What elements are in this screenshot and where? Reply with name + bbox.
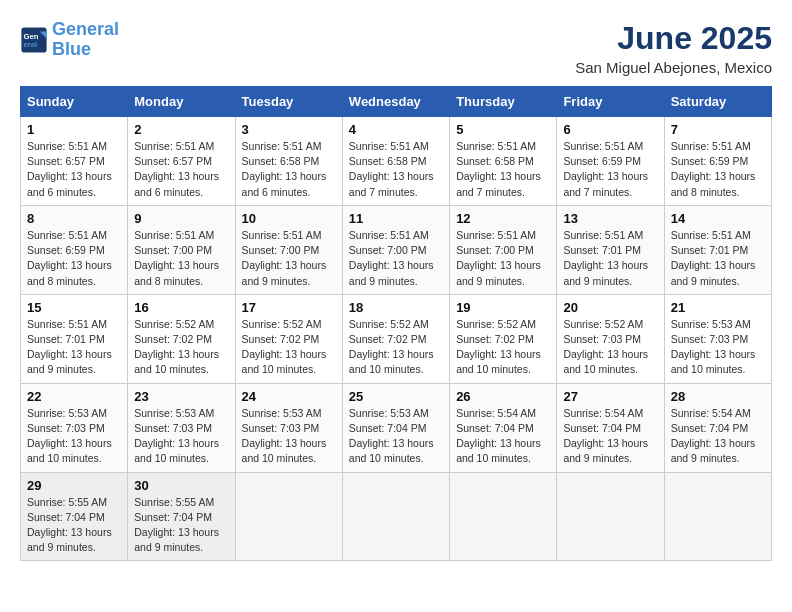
day-number: 8 [27,211,121,226]
weekday-header-wednesday: Wednesday [342,87,449,117]
day-info: Sunrise: 5:53 AMSunset: 7:04 PMDaylight:… [349,406,443,467]
day-number: 19 [456,300,550,315]
empty-cell [557,472,664,561]
day-number: 7 [671,122,765,137]
day-number: 14 [671,211,765,226]
day-number: 3 [242,122,336,137]
empty-cell [450,472,557,561]
day-info: Sunrise: 5:52 AMSunset: 7:02 PMDaylight:… [134,317,228,378]
calendar-cell-day-10: 10Sunrise: 5:51 AMSunset: 7:00 PMDayligh… [235,205,342,294]
calendar-cell-day-6: 6Sunrise: 5:51 AMSunset: 6:59 PMDaylight… [557,117,664,206]
day-number: 27 [563,389,657,404]
day-number: 28 [671,389,765,404]
logo-name: General Blue [52,20,119,60]
weekday-header-row: SundayMondayTuesdayWednesdayThursdayFrid… [21,87,772,117]
calendar-week-row: 15Sunrise: 5:51 AMSunset: 7:01 PMDayligh… [21,294,772,383]
calendar-cell-day-4: 4Sunrise: 5:51 AMSunset: 6:58 PMDaylight… [342,117,449,206]
day-info: Sunrise: 5:51 AMSunset: 6:57 PMDaylight:… [134,139,228,200]
calendar-cell-day-19: 19Sunrise: 5:52 AMSunset: 7:02 PMDayligh… [450,294,557,383]
empty-cell [664,472,771,561]
day-number: 11 [349,211,443,226]
calendar-cell-day-16: 16Sunrise: 5:52 AMSunset: 7:02 PMDayligh… [128,294,235,383]
day-number: 20 [563,300,657,315]
page-header: Gen eral General Blue June 2025 San Migu… [20,20,772,76]
day-number: 30 [134,478,228,493]
day-number: 18 [349,300,443,315]
day-info: Sunrise: 5:51 AMSunset: 7:01 PMDaylight:… [671,228,765,289]
calendar-week-row: 29Sunrise: 5:55 AMSunset: 7:04 PMDayligh… [21,472,772,561]
calendar-cell-day-1: 1Sunrise: 5:51 AMSunset: 6:57 PMDaylight… [21,117,128,206]
day-number: 9 [134,211,228,226]
day-number: 12 [456,211,550,226]
calendar-table: SundayMondayTuesdayWednesdayThursdayFrid… [20,86,772,561]
month-title: June 2025 [575,20,772,57]
location-subtitle: San Miguel Abejones, Mexico [575,59,772,76]
calendar-cell-day-2: 2Sunrise: 5:51 AMSunset: 6:57 PMDaylight… [128,117,235,206]
weekday-header-monday: Monday [128,87,235,117]
day-number: 22 [27,389,121,404]
day-number: 17 [242,300,336,315]
day-info: Sunrise: 5:51 AMSunset: 6:58 PMDaylight:… [456,139,550,200]
day-number: 29 [27,478,121,493]
calendar-cell-day-9: 9Sunrise: 5:51 AMSunset: 7:00 PMDaylight… [128,205,235,294]
calendar-cell-day-25: 25Sunrise: 5:53 AMSunset: 7:04 PMDayligh… [342,383,449,472]
day-number: 23 [134,389,228,404]
day-info: Sunrise: 5:53 AMSunset: 7:03 PMDaylight:… [134,406,228,467]
calendar-cell-day-3: 3Sunrise: 5:51 AMSunset: 6:58 PMDaylight… [235,117,342,206]
calendar-cell-day-17: 17Sunrise: 5:52 AMSunset: 7:02 PMDayligh… [235,294,342,383]
calendar-week-row: 8Sunrise: 5:51 AMSunset: 6:59 PMDaylight… [21,205,772,294]
day-number: 25 [349,389,443,404]
calendar-cell-day-26: 26Sunrise: 5:54 AMSunset: 7:04 PMDayligh… [450,383,557,472]
day-info: Sunrise: 5:51 AMSunset: 6:58 PMDaylight:… [349,139,443,200]
day-info: Sunrise: 5:51 AMSunset: 6:59 PMDaylight:… [671,139,765,200]
calendar-cell-day-20: 20Sunrise: 5:52 AMSunset: 7:03 PMDayligh… [557,294,664,383]
calendar-cell-day-29: 29Sunrise: 5:55 AMSunset: 7:04 PMDayligh… [21,472,128,561]
day-info: Sunrise: 5:51 AMSunset: 6:58 PMDaylight:… [242,139,336,200]
calendar-cell-day-15: 15Sunrise: 5:51 AMSunset: 7:01 PMDayligh… [21,294,128,383]
weekday-header-sunday: Sunday [21,87,128,117]
logo: Gen eral General Blue [20,20,119,60]
day-info: Sunrise: 5:51 AMSunset: 7:00 PMDaylight:… [456,228,550,289]
day-number: 24 [242,389,336,404]
day-number: 26 [456,389,550,404]
svg-text:Gen: Gen [24,31,39,40]
logo-icon: Gen eral [20,26,48,54]
day-info: Sunrise: 5:51 AMSunset: 7:00 PMDaylight:… [134,228,228,289]
weekday-header-tuesday: Tuesday [235,87,342,117]
calendar-week-row: 22Sunrise: 5:53 AMSunset: 7:03 PMDayligh… [21,383,772,472]
calendar-cell-day-30: 30Sunrise: 5:55 AMSunset: 7:04 PMDayligh… [128,472,235,561]
svg-text:eral: eral [24,40,38,49]
day-info: Sunrise: 5:53 AMSunset: 7:03 PMDaylight:… [242,406,336,467]
calendar-cell-day-27: 27Sunrise: 5:54 AMSunset: 7:04 PMDayligh… [557,383,664,472]
day-info: Sunrise: 5:51 AMSunset: 7:01 PMDaylight:… [27,317,121,378]
day-number: 4 [349,122,443,137]
calendar-cell-day-14: 14Sunrise: 5:51 AMSunset: 7:01 PMDayligh… [664,205,771,294]
day-number: 10 [242,211,336,226]
calendar-cell-day-18: 18Sunrise: 5:52 AMSunset: 7:02 PMDayligh… [342,294,449,383]
day-info: Sunrise: 5:52 AMSunset: 7:02 PMDaylight:… [456,317,550,378]
day-info: Sunrise: 5:54 AMSunset: 7:04 PMDaylight:… [671,406,765,467]
day-info: Sunrise: 5:54 AMSunset: 7:04 PMDaylight:… [563,406,657,467]
day-number: 21 [671,300,765,315]
day-info: Sunrise: 5:53 AMSunset: 7:03 PMDaylight:… [671,317,765,378]
title-block: June 2025 San Miguel Abejones, Mexico [575,20,772,76]
calendar-cell-day-5: 5Sunrise: 5:51 AMSunset: 6:58 PMDaylight… [450,117,557,206]
calendar-week-row: 1Sunrise: 5:51 AMSunset: 6:57 PMDaylight… [21,117,772,206]
day-info: Sunrise: 5:54 AMSunset: 7:04 PMDaylight:… [456,406,550,467]
day-info: Sunrise: 5:52 AMSunset: 7:03 PMDaylight:… [563,317,657,378]
calendar-cell-day-8: 8Sunrise: 5:51 AMSunset: 6:59 PMDaylight… [21,205,128,294]
day-number: 5 [456,122,550,137]
day-info: Sunrise: 5:52 AMSunset: 7:02 PMDaylight:… [242,317,336,378]
day-info: Sunrise: 5:51 AMSunset: 6:59 PMDaylight:… [563,139,657,200]
calendar-cell-day-7: 7Sunrise: 5:51 AMSunset: 6:59 PMDaylight… [664,117,771,206]
calendar-cell-day-21: 21Sunrise: 5:53 AMSunset: 7:03 PMDayligh… [664,294,771,383]
weekday-header-thursday: Thursday [450,87,557,117]
calendar-cell-day-22: 22Sunrise: 5:53 AMSunset: 7:03 PMDayligh… [21,383,128,472]
weekday-header-saturday: Saturday [664,87,771,117]
day-info: Sunrise: 5:51 AMSunset: 6:57 PMDaylight:… [27,139,121,200]
day-number: 6 [563,122,657,137]
calendar-cell-day-12: 12Sunrise: 5:51 AMSunset: 7:00 PMDayligh… [450,205,557,294]
day-info: Sunrise: 5:55 AMSunset: 7:04 PMDaylight:… [27,495,121,556]
calendar-cell-day-13: 13Sunrise: 5:51 AMSunset: 7:01 PMDayligh… [557,205,664,294]
day-info: Sunrise: 5:51 AMSunset: 6:59 PMDaylight:… [27,228,121,289]
